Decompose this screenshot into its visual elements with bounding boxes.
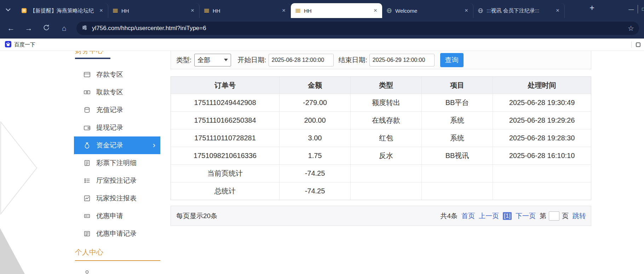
column-header: 处理时间 <box>493 77 591 94</box>
sidebar-item-cashout-records[interactable]: 提现记录 <box>74 119 160 136</box>
tab-list: 【新提醒】海燕策略论坛纪 × HH × HH × <box>17 3 565 18</box>
sidebar-item-promo-apply-records[interactable]: 优惠申请记录 <box>74 225 160 243</box>
browser-tab-welcome[interactable]: Welcome × <box>382 3 473 18</box>
side-panel-icon[interactable] <box>636 42 640 47</box>
sidebar-item-deposit-zone[interactable]: 存款专区 <box>74 66 160 83</box>
type-cell <box>350 165 421 182</box>
tab-close-icon[interactable]: × <box>372 7 379 14</box>
time-cell: 2025-06-28 16:10:10 <box>493 147 591 164</box>
globe-favicon-icon <box>478 8 483 13</box>
tab-search-icon[interactable] <box>6 6 11 13</box>
page-jump-input[interactable] <box>549 211 559 221</box>
url-text[interactable]: yl756.com/hhcp/usercenter.html?iniType=6 <box>92 25 628 32</box>
total-count-text: 共4条 <box>441 211 458 221</box>
type-cell: 红包 <box>350 129 421 147</box>
tab-close-icon[interactable]: × <box>98 7 104 14</box>
project-cell: 系统 <box>421 112 493 129</box>
sidebar-item-promo-apply[interactable]: 优惠申请 <box>74 207 160 225</box>
decor-triangle-solid <box>0 217 28 274</box>
end-date-input[interactable] <box>369 54 435 66</box>
chevron-right-icon: › <box>153 141 155 149</box>
sidebar-item-label: 资金记录 <box>96 141 123 150</box>
reload-icon[interactable] <box>42 24 51 33</box>
sidebar-item-partial[interactable] <box>83 269 91 274</box>
bookmarks-divider <box>631 41 632 48</box>
decor-triangle-outline <box>0 117 42 219</box>
next-page-link[interactable]: 下一页 <box>516 211 536 221</box>
new-tab-button[interactable]: + <box>587 3 597 13</box>
sidebar-section-finance-underline <box>75 58 110 59</box>
tab-title: HH <box>121 8 189 14</box>
order-no-cell: 1751110249442908 <box>171 94 279 111</box>
bookmark-star-icon[interactable]: ☆ <box>628 24 634 33</box>
gold-site-favicon-icon <box>295 8 301 13</box>
table-row: 1751098210616336 1.75 反水 BB视讯 2025-06-28… <box>171 147 591 164</box>
sidebar-section-personal: 个人中心 <box>75 247 103 257</box>
tab-title: Welcome <box>395 8 463 14</box>
sidebar-item-withdraw-zone[interactable]: 取款专区 <box>74 83 160 101</box>
sidebar-item-label: 提现记录 <box>96 123 123 132</box>
summary-label-cell: 总统计 <box>171 182 279 200</box>
player-report-icon <box>83 194 91 202</box>
sidebar-item-label: 充值记录 <box>96 105 123 115</box>
column-header: 金额 <box>279 77 350 94</box>
start-date-input[interactable] <box>269 54 334 66</box>
address-bar[interactable]: yl756.com/hhcp/usercenter.html?iniType=6… <box>76 22 639 35</box>
maximize-button[interactable]: □ <box>642 6 644 12</box>
sidebar-item-funds-records[interactable]: 资金记录 › <box>74 136 160 154</box>
forum-favicon-icon <box>21 8 27 13</box>
table-row-grand-total: 总统计 -74.25 <box>171 182 591 200</box>
tab-close-icon[interactable]: × <box>554 7 561 14</box>
sidebar-item-recharge-records[interactable]: 充值记录 <box>74 101 160 119</box>
amount-cell: 200.00 <box>279 112 350 129</box>
minimize-button[interactable]: — <box>628 6 634 12</box>
bookmark-baidu[interactable]: 百度一下 <box>5 41 35 48</box>
back-icon[interactable]: ← <box>6 24 16 33</box>
column-header: 项目 <box>421 77 493 94</box>
browser-tab-bet-records[interactable]: :::视讯 会员下注纪录::: × <box>473 3 565 18</box>
sidebar-item-lottery-bet-details[interactable]: 彩票下注明细 <box>74 154 160 172</box>
browser-tab-forum[interactable]: 【新提醒】海燕策略论坛纪 × <box>17 3 108 18</box>
amount-cell: -279.00 <box>279 94 350 111</box>
time-cell: 2025-06-28 19:29:26 <box>493 112 591 129</box>
withdraw-icon <box>83 88 91 96</box>
current-page-indicator[interactable]: [1] <box>503 212 512 220</box>
tab-close-icon[interactable]: × <box>463 7 470 14</box>
site-settings-icon[interactable] <box>81 24 88 32</box>
browser-tab-hh-active[interactable]: HH × <box>291 3 382 18</box>
browser-tab-hh-1[interactable]: HH × <box>108 3 200 18</box>
baidu-favicon-icon <box>5 41 11 48</box>
tab-close-icon[interactable]: × <box>281 7 287 14</box>
sidebar-item-label: 彩票下注明细 <box>96 158 137 168</box>
search-button[interactable]: 查询 <box>440 53 464 67</box>
browser-tab-hh-2[interactable]: HH × <box>200 3 291 18</box>
sidebar-item-label: 取款专区 <box>96 88 123 97</box>
time-cell <box>493 165 591 182</box>
home-icon[interactable]: ⌂ <box>59 24 69 33</box>
order-no-cell: 1751110166250384 <box>171 112 279 129</box>
tab-close-icon[interactable]: × <box>189 7 196 14</box>
forward-icon[interactable]: → <box>24 24 33 33</box>
table-header-row: 订单号 金额 类型 项目 处理时间 <box>171 77 591 94</box>
type-select[interactable]: 全部 <box>194 54 231 66</box>
tab-title: HH <box>213 8 281 14</box>
amount-cell: 3.00 <box>279 129 350 147</box>
hall-bet-icon <box>83 177 91 185</box>
filter-bar: 类型: 全部 开始日期: 结束日期: 查询 <box>171 51 591 69</box>
time-cell: 2025-06-28 19:30:49 <box>493 94 591 111</box>
jump-button[interactable]: 跳转 <box>573 211 586 221</box>
deposit-icon <box>83 71 91 78</box>
sidebar-item-player-bet-report[interactable]: 玩家投注报表 <box>74 190 160 207</box>
tab-title: 【新提醒】海燕策略论坛纪 <box>30 7 98 14</box>
prev-page-link[interactable]: 上一页 <box>479 211 499 221</box>
table-row: 1751110166250384 200.00 在线存款 系统 2025-06-… <box>171 111 591 129</box>
jump-label-post: 页 <box>562 211 569 221</box>
sidebar-item-hall-bet-records[interactable]: 厅室投注记录 <box>74 172 160 190</box>
first-page-link[interactable]: 首页 <box>461 211 475 221</box>
promo-record-icon <box>83 230 91 238</box>
funds-table: 订单号 金额 类型 项目 处理时间 1751110249442908 -279.… <box>171 76 591 200</box>
order-no-cell: 1751098210616336 <box>171 147 279 164</box>
type-cell: 反水 <box>350 147 421 164</box>
table-row: 1751110110728281 3.00 红包 系统 2025-06-28 1… <box>171 129 591 147</box>
project-cell <box>421 182 493 200</box>
